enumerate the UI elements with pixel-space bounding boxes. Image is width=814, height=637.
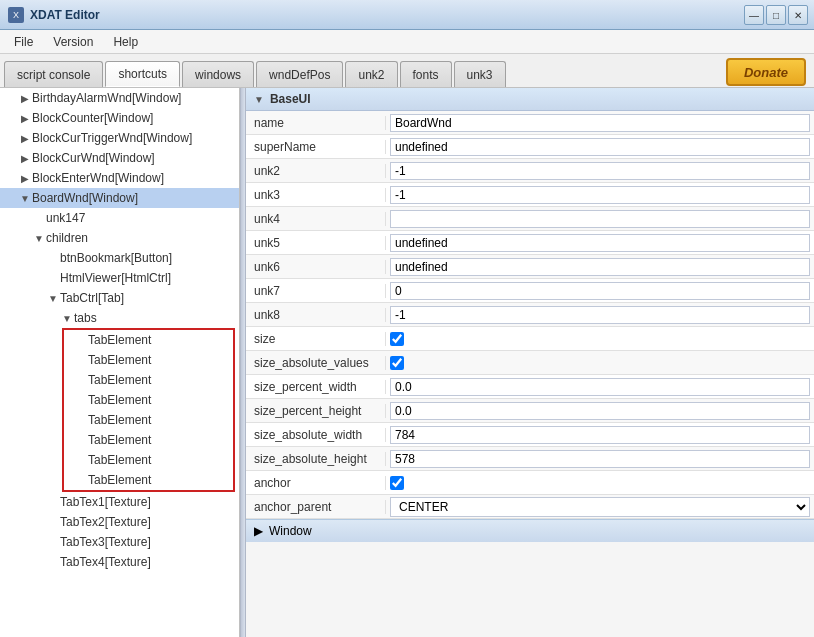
tree-item-tabelement-6[interactable]: TabElement	[64, 430, 233, 450]
prop-input-supername[interactable]	[390, 138, 810, 156]
tree-panel[interactable]: ▶ BirthdayAlarmWnd[Window] ▶ BlockCounte…	[0, 88, 240, 637]
tree-item-children[interactable]: ▼ children	[0, 228, 239, 248]
tree-item-label: TabElement	[88, 453, 151, 467]
prop-value-unk8[interactable]	[386, 306, 814, 324]
minimize-button[interactable]: —	[744, 5, 764, 25]
prop-input-size-absolute-width[interactable]	[390, 426, 810, 444]
prop-value-size-absolute-width[interactable]	[386, 426, 814, 444]
tree-item-tabctrl[interactable]: ▼ TabCtrl[Tab]	[0, 288, 239, 308]
window-title: XDAT Editor	[30, 8, 100, 22]
tree-item-tabelement-5[interactable]: TabElement	[64, 410, 233, 430]
prop-row-size-absolute-width: size_absolute_width	[246, 423, 814, 447]
tree-item-tabelement-7[interactable]: TabElement	[64, 450, 233, 470]
prop-input-unk8[interactable]	[390, 306, 810, 324]
prop-value-size-absolute-values[interactable]	[386, 356, 814, 370]
tree-item-htmlviewer[interactable]: HtmlViewer[HtmlCtrl]	[0, 268, 239, 288]
tree-item-tabtex2[interactable]: TabTex2[Texture]	[0, 512, 239, 532]
tree-item-tabelement-3[interactable]: TabElement	[64, 370, 233, 390]
menu-version[interactable]: Version	[43, 33, 103, 51]
tree-item-label: tabs	[74, 311, 97, 325]
prop-value-unk5[interactable]	[386, 234, 814, 252]
arrow-icon: ▶	[18, 153, 32, 164]
baseui-section-header[interactable]: ▼ BaseUI	[246, 88, 814, 111]
tree-item-blockcurwnd[interactable]: ▶ BlockCurWnd[Window]	[0, 148, 239, 168]
tree-item-label: TabElement	[88, 353, 151, 367]
prop-checkbox-anchor[interactable]	[390, 476, 404, 490]
tree-item-tabtex1[interactable]: TabTex1[Texture]	[0, 492, 239, 512]
tree-item-label: TabTex2[Texture]	[60, 515, 151, 529]
prop-input-unk5[interactable]	[390, 234, 810, 252]
tree-item-tabelement-2[interactable]: TabElement	[64, 350, 233, 370]
tree-item-label: btnBookmark[Button]	[60, 251, 172, 265]
prop-value-size-percent-height[interactable]	[386, 402, 814, 420]
tree-item-tabtex4[interactable]: TabTex4[Texture]	[0, 552, 239, 572]
tree-item-blockcurtriggerwnd[interactable]: ▶ BlockCurTriggerWnd[Window]	[0, 128, 239, 148]
tab-wnddefpos[interactable]: wndDefPos	[256, 61, 343, 87]
prop-value-unk4[interactable]	[386, 210, 814, 228]
tree-item-label: unk147	[46, 211, 85, 225]
maximize-button[interactable]: □	[766, 5, 786, 25]
prop-input-unk4[interactable]	[390, 210, 810, 228]
tab-shortcuts[interactable]: shortcuts	[105, 61, 180, 87]
tree-item-birthdayalarmwnd[interactable]: ▶ BirthdayAlarmWnd[Window]	[0, 88, 239, 108]
tab-unk3[interactable]: unk3	[454, 61, 506, 87]
prop-label-unk2: unk2	[246, 164, 386, 178]
prop-select-anchor-parent[interactable]: CENTER TOP BOTTOM LEFT RIGHT	[390, 497, 810, 517]
prop-checkbox-size[interactable]	[390, 332, 404, 346]
window-section-title: Window	[269, 524, 312, 538]
tree-item-tabelement-1[interactable]: TabElement	[64, 330, 233, 350]
tab-windows[interactable]: windows	[182, 61, 254, 87]
prop-input-unk6[interactable]	[390, 258, 810, 276]
app-icon-text: X	[13, 10, 19, 20]
prop-value-size-absolute-height[interactable]	[386, 450, 814, 468]
tree-item-btnbookmark[interactable]: btnBookmark[Button]	[0, 248, 239, 268]
tree-item-tabelement-8[interactable]: TabElement	[64, 470, 233, 490]
tab-script-console[interactable]: script console	[4, 61, 103, 87]
prop-checkbox-size-absolute-values[interactable]	[390, 356, 404, 370]
tree-item-label: BlockCurWnd[Window]	[32, 151, 155, 165]
tree-item-boardwnd[interactable]: ▼ BoardWnd[Window]	[0, 188, 239, 208]
prop-input-unk2[interactable]	[390, 162, 810, 180]
tree-item-tabtex3[interactable]: TabTex3[Texture]	[0, 532, 239, 552]
prop-row-unk4: unk4	[246, 207, 814, 231]
prop-input-unk7[interactable]	[390, 282, 810, 300]
tree-item-label: TabElement	[88, 333, 151, 347]
prop-value-unk2[interactable]	[386, 162, 814, 180]
prop-label-unk5: unk5	[246, 236, 386, 250]
prop-row-size-absolute-height: size_absolute_height	[246, 447, 814, 471]
tree-item-label: TabTex4[Texture]	[60, 555, 151, 569]
tree-item-blockcounter[interactable]: ▶ BlockCounter[Window]	[0, 108, 239, 128]
prop-value-anchor-parent[interactable]: CENTER TOP BOTTOM LEFT RIGHT	[386, 497, 814, 517]
prop-label-anchor-parent: anchor_parent	[246, 500, 386, 514]
prop-value-unk7[interactable]	[386, 282, 814, 300]
prop-value-unk6[interactable]	[386, 258, 814, 276]
prop-value-size[interactable]	[386, 332, 814, 346]
window-section-header[interactable]: ▶ Window	[246, 519, 814, 542]
prop-value-name[interactable]	[386, 114, 814, 132]
expand-arrow-icon: ▼	[254, 94, 264, 105]
menu-help[interactable]: Help	[103, 33, 148, 51]
tab-fonts[interactable]: fonts	[400, 61, 452, 87]
prop-input-size-absolute-height[interactable]	[390, 450, 810, 468]
prop-value-unk3[interactable]	[386, 186, 814, 204]
tree-item-tabelement-4[interactable]: TabElement	[64, 390, 233, 410]
prop-value-size-percent-width[interactable]	[386, 378, 814, 396]
prop-row-unk2: unk2	[246, 159, 814, 183]
arrow-icon: ▶	[18, 113, 32, 124]
tree-item-tabs[interactable]: ▼ tabs	[0, 308, 239, 328]
menu-file[interactable]: File	[4, 33, 43, 51]
prop-value-anchor[interactable]	[386, 476, 814, 490]
tree-item-unk147[interactable]: unk147	[0, 208, 239, 228]
tree-item-blockenterwnd[interactable]: ▶ BlockEnterWnd[Window]	[0, 168, 239, 188]
prop-value-supername[interactable]	[386, 138, 814, 156]
toolbar-row: script console shortcuts windows wndDefP…	[0, 54, 814, 88]
prop-input-size-percent-height[interactable]	[390, 402, 810, 420]
tab-unk2[interactable]: unk2	[345, 61, 397, 87]
close-button[interactable]: ✕	[788, 5, 808, 25]
donate-button[interactable]: Donate	[726, 58, 806, 86]
prop-input-size-percent-width[interactable]	[390, 378, 810, 396]
prop-input-unk3[interactable]	[390, 186, 810, 204]
prop-input-name[interactable]	[390, 114, 810, 132]
prop-row-size-percent-height: size_percent_height	[246, 399, 814, 423]
red-bordered-group: TabElement TabElement TabElement TabElem…	[62, 328, 235, 492]
